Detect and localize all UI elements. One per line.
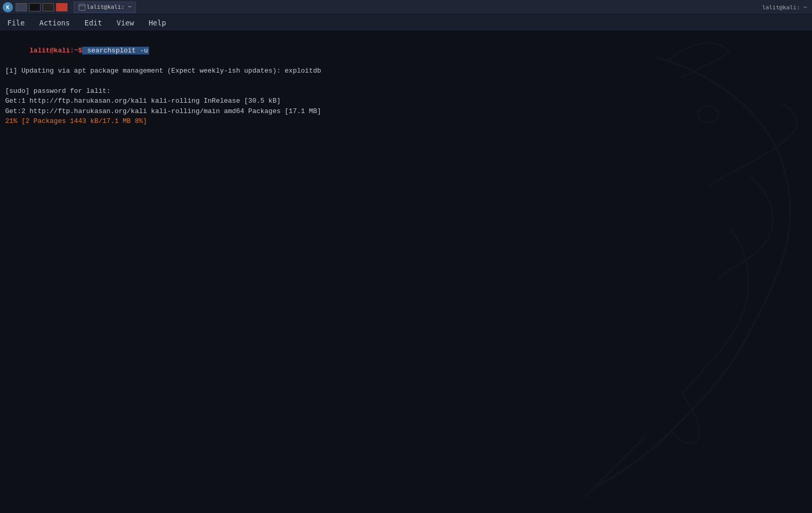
prompt-path: :~$	[70, 47, 82, 54]
terminal-icon	[78, 4, 86, 11]
terminal-line-2: [i] Updating via apt package management …	[5, 66, 807, 76]
svg-rect-2	[79, 4, 85, 10]
taskbar: K lalit@kali: ~ lalit@kali: ~	[0, 0, 812, 15]
terminal-line-1: lalit@kali:~$ searchsploit -u	[5, 35, 807, 66]
menu-help[interactable]: Help	[145, 17, 169, 29]
taskbar-btn-4[interactable]	[56, 3, 67, 11]
terminal-window: File Actions Edit View Help	[0, 15, 812, 513]
taskbar-clock: lalit@kali: ~	[762, 4, 807, 10]
terminal-line-4: [sudo] password for lalit:	[5, 86, 807, 96]
kali-icon[interactable]: K	[2, 2, 13, 13]
taskbar-btn-1[interactable]	[16, 3, 27, 11]
command-text: searchsploit -u	[82, 47, 149, 54]
terminal-line-5: Get:1 http://ftp.harukasan.org/kali kali…	[5, 96, 807, 106]
menu-file[interactable]: File	[4, 17, 28, 29]
menu-view[interactable]: View	[113, 17, 137, 29]
terminal-line-6: Get:2 http://ftp.harukasan.org/kali kali…	[5, 106, 807, 117]
menu-edit[interactable]: Edit	[82, 17, 105, 29]
svg-text:K: K	[6, 5, 9, 10]
taskbar-left: K lalit@kali: ~	[0, 2, 136, 13]
taskbar-btn-2[interactable]	[29, 3, 40, 11]
terminal-line-3	[5, 76, 807, 86]
terminal-content[interactable]: lalit@kali:~$ searchsploit -u [i] Updati…	[0, 31, 812, 513]
window-title: lalit@kali: ~	[87, 4, 131, 10]
menubar: File Actions Edit View Help	[0, 15, 812, 31]
menu-actions[interactable]: Actions	[36, 17, 73, 29]
terminal-line-7: 21% [2 Packages 1443 kB/17.1 MB 8%]	[5, 116, 807, 127]
prompt-user: lalit@kali	[30, 47, 70, 54]
taskbar-btn-3[interactable]	[43, 3, 54, 11]
taskbar-window-item[interactable]: lalit@kali: ~	[74, 2, 136, 13]
